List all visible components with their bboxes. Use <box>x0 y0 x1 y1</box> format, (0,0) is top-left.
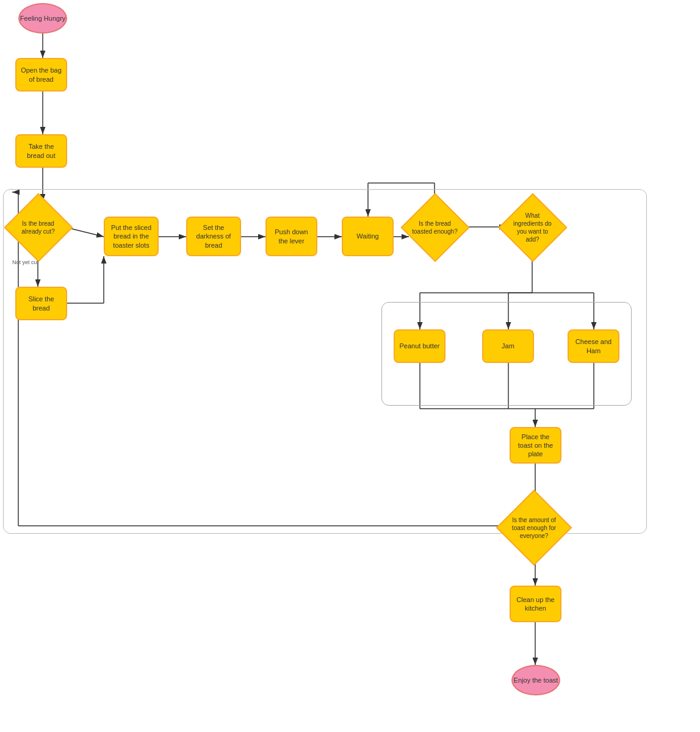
node-feeling-hungry: Feeling Hungry <box>18 3 67 34</box>
node-open-bag: Open the bag of bread <box>15 58 67 92</box>
node-is-cut: Is the bread already cut? <box>12 201 64 253</box>
flowchart: Feeling Hungry Open the bag of bread Tak… <box>0 0 700 732</box>
node-waiting: Waiting <box>342 217 394 256</box>
node-put-sliced: Put the sliced bread in the toaster slot… <box>104 217 159 256</box>
node-jam: Jam <box>482 329 534 363</box>
node-enjoy-toast: Enjoy the toast <box>511 665 560 695</box>
node-place-toast: Place the toast on the plate <box>510 427 561 464</box>
node-clean-kitchen: Clean up the kitchen <box>510 586 561 622</box>
label-not-yet-cut: Not yet cut <box>12 259 38 265</box>
node-peanut-butter: Peanut butter <box>394 329 446 363</box>
node-is-toasted-label: Is the bread toasted enough? <box>412 220 458 235</box>
node-is-toasted: Is the bread toasted enough? <box>409 201 461 253</box>
node-is-cut-label: Is the bread already cut? <box>15 220 61 235</box>
node-what-ingredients: What ingredients do you want to add? <box>507 201 558 253</box>
node-slice-bread: Slice the bread <box>15 287 67 320</box>
node-set-darkness: Set the darkness of bread <box>186 217 241 256</box>
node-is-enough-label: Is the amount of toast enough for everyo… <box>509 516 559 540</box>
node-is-enough: Is the amount of toast enough for everyo… <box>507 500 561 555</box>
node-take-bread-out: Take the bread out <box>15 134 67 168</box>
node-what-ingredients-label: What ingredients do you want to add? <box>510 212 555 243</box>
node-push-lever: Push down the lever <box>265 217 317 256</box>
node-cheese-ham: Cheese and Ham <box>568 329 619 363</box>
